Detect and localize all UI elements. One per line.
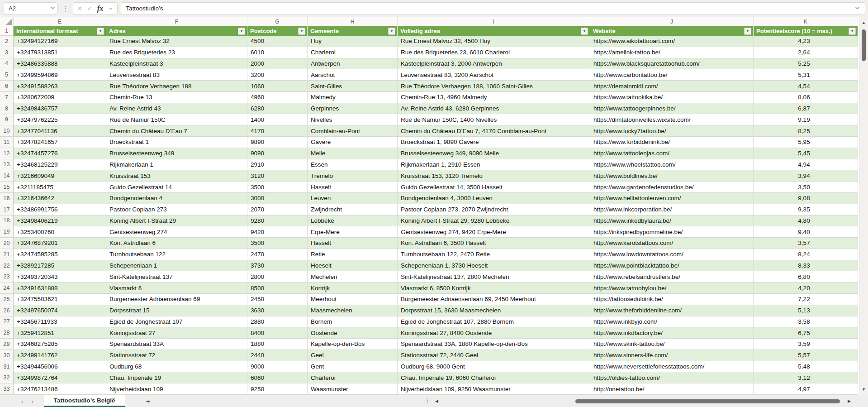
cell[interactable]: 3120 <box>247 170 308 181</box>
name-box[interactable]: A2 <box>4 2 58 14</box>
cell[interactable]: Leuven <box>308 193 398 204</box>
filter-button-I[interactable]: ▾ <box>581 28 588 35</box>
cell[interactable]: https://www.aikotattooart.com/ <box>590 36 754 47</box>
row-number[interactable]: 29 <box>0 339 14 350</box>
cell[interactable]: 4500 <box>247 36 308 47</box>
filter-button-K[interactable]: ▾ <box>849 28 856 35</box>
cell[interactable]: 8,25 <box>754 125 858 136</box>
cell[interactable]: 5,25 <box>754 58 858 69</box>
cell[interactable]: Saint-Gilles <box>308 81 398 91</box>
row-number[interactable]: 7 <box>0 92 14 103</box>
cell[interactable]: 4,54 <box>754 81 858 91</box>
cell[interactable]: +3280672009 <box>14 92 106 103</box>
column-header[interactable]: Internationaal formaat▾ <box>14 26 106 36</box>
row-number[interactable]: 13 <box>0 159 14 170</box>
row-number[interactable]: 26 <box>0 305 14 316</box>
cell[interactable]: +32474595285 <box>14 249 106 260</box>
cell[interactable]: Nijverheidslaan 109 <box>106 383 247 394</box>
cell[interactable]: http://www.rebelsandrustlers.be/ <box>590 271 754 282</box>
fx-chevron-icon[interactable] <box>108 5 113 13</box>
cell[interactable]: +32476213486 <box>14 383 106 394</box>
cell[interactable]: Spenaardstraat 33A <box>106 339 247 350</box>
row-number[interactable]: 19 <box>0 226 14 237</box>
cell[interactable]: +32479762225 <box>14 114 106 125</box>
cell[interactable]: 6280 <box>247 103 308 114</box>
cell[interactable]: +3259412851 <box>14 327 106 338</box>
scroll-down-icon[interactable]: ▼ <box>859 387 868 392</box>
cell[interactable]: http://onetattoo.be/ <box>590 383 754 394</box>
row-number[interactable]: 1 <box>0 26 14 36</box>
cell[interactable]: Bondgenotenlaan 4 <box>106 193 247 204</box>
cell[interactable]: 5,13 <box>754 305 858 316</box>
cell[interactable]: 3630 <box>247 305 308 316</box>
cancel-entry-icon[interactable]: ✕ <box>77 5 82 12</box>
cell[interactable]: Rue Théodore Verhaegen 188, 1060 Saint-G… <box>398 81 590 91</box>
cell[interactable]: 9890 <box>247 137 308 148</box>
cell[interactable]: +32497650074 <box>14 305 106 316</box>
cell[interactable]: Charleroi <box>308 372 398 383</box>
cell[interactable]: 9280 <box>247 215 308 226</box>
row-number[interactable]: 20 <box>0 238 14 249</box>
cell[interactable]: http://www.inkbyjo.com/ <box>590 316 754 327</box>
cell[interactable]: Chau. Impériale 19, 6060 Charleroi <box>398 372 590 383</box>
cell[interactable]: Brusselsesteenweg 349, 9090 Melle <box>398 148 590 159</box>
cell[interactable]: 3,58 <box>754 316 858 327</box>
cell[interactable]: 2470 <box>247 249 308 260</box>
row-number[interactable]: 21 <box>0 249 14 260</box>
cell[interactable]: Gent <box>308 361 398 372</box>
cell[interactable]: http://www.inkcorporation.be/ <box>590 204 754 215</box>
row-number[interactable]: 11 <box>0 137 14 148</box>
hscroll-right-icon[interactable]: ▶ <box>848 399 851 403</box>
cell[interactable]: Essen <box>308 159 398 170</box>
row-number[interactable]: 12 <box>0 148 14 159</box>
cell[interactable]: +32494456006 <box>14 361 106 372</box>
cell[interactable]: Stationsstraat 72 <box>106 350 247 361</box>
row-number[interactable]: 28 <box>0 327 14 338</box>
cell[interactable]: Leuvensestraat 83 <box>106 69 247 80</box>
cell[interactable]: Chau. Impériale 19 <box>106 372 247 383</box>
cell[interactable]: 6,87 <box>754 103 858 114</box>
cell[interactable]: +32494127169 <box>14 36 106 47</box>
cell[interactable]: Guido Gezellestraat 14, 3500 Hasselt <box>398 182 590 192</box>
cell[interactable]: Egied de Jonghestraat 107 <box>106 316 247 327</box>
cell[interactable]: https://www.inkedbylaura.be/ <box>590 215 754 226</box>
cell[interactable]: Brusselsesteenweg 349 <box>106 148 247 159</box>
cell[interactable]: +32486991756 <box>14 204 106 215</box>
row-number[interactable]: 27 <box>0 316 14 327</box>
cell[interactable]: Koning Albert I-Straat 29, 9280 Lebbeke <box>398 215 590 226</box>
cell[interactable]: 8500 <box>247 283 308 293</box>
cell[interactable]: Kasteelpleinstraat 3, 2000 Antwerpen <box>398 58 590 69</box>
cell[interactable]: 9,19 <box>754 114 858 125</box>
cell[interactable]: 2910 <box>247 159 308 170</box>
cell[interactable]: Vlasmarkt 6, 8500 Kortrijk <box>398 283 590 293</box>
cell[interactable]: Dorpsstraat 15 <box>106 305 247 316</box>
cell[interactable]: Malmedy <box>308 92 398 103</box>
cell[interactable]: 3500 <box>247 182 308 192</box>
scroll-up-icon[interactable]: ▲ <box>859 20 868 25</box>
cell[interactable]: 2880 <box>247 316 308 327</box>
cell[interactable]: 8,24 <box>754 249 858 260</box>
row-number[interactable]: 32 <box>0 372 14 383</box>
name-box-chevron-icon[interactable] <box>50 5 56 12</box>
cell[interactable]: http://www.boldlines.be/ <box>590 170 754 181</box>
column-header[interactable]: Volledig adres▾ <box>398 26 590 36</box>
sheet-nav-right-icon[interactable]: › <box>27 398 37 404</box>
cell[interactable]: Rijkmakerlaan 1 <box>106 159 247 170</box>
cell[interactable]: +32476879201 <box>14 238 106 249</box>
row-number[interactable]: 31 <box>0 361 14 372</box>
cell[interactable]: +32499141762 <box>14 350 106 361</box>
cell[interactable]: Egied de Jonghestraat 107, 2880 Bornem <box>398 316 590 327</box>
cell[interactable]: 3,50 <box>754 182 858 192</box>
cell[interactable]: Pastoor Coplaan 273 <box>106 204 247 215</box>
cell[interactable]: Nijverheidslaan 109, 9250 Waasmunster <box>398 383 590 394</box>
row-number[interactable]: 8 <box>0 103 14 114</box>
sheetbar-kebab-icon[interactable]: ⋮ <box>424 397 430 403</box>
cell[interactable]: Dorpsstraat 15, 3630 Maasmechelen <box>398 305 590 316</box>
cell[interactable]: Kortrijk <box>308 283 398 293</box>
cell[interactable]: Burgemeester Adriaensenlaan 69, 2450 Mee… <box>398 294 590 305</box>
cell[interactable]: +32475503621 <box>14 294 106 305</box>
column-letter-J[interactable]: J <box>590 17 754 26</box>
cell[interactable]: Tremelo <box>308 170 398 181</box>
filter-button-J[interactable]: ▾ <box>744 28 751 35</box>
cell[interactable]: https://www.tattookika.be/ <box>590 92 754 103</box>
